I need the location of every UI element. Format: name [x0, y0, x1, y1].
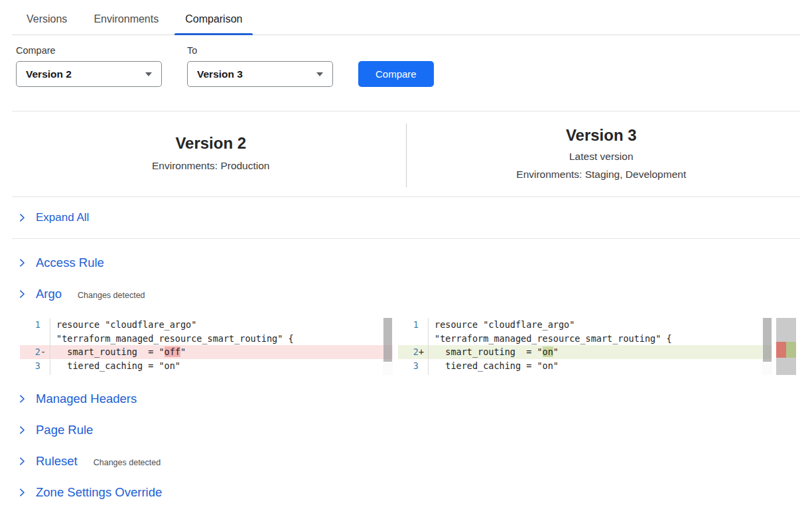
compare-button[interactable]: Compare	[358, 61, 434, 87]
version-headers: Version 2 Environments: Production Versi…	[16, 112, 796, 196]
tab-versions-label: Versions	[27, 13, 67, 25]
section-ruleset[interactable]: Ruleset Changes detected	[16, 454, 796, 469]
comparison-page: Versions Environments Comparison Compare…	[0, 0, 812, 500]
version-right-subtitle: Latest version	[569, 149, 634, 164]
tab-comparison[interactable]: Comparison	[174, 11, 253, 35]
code-text: tiered_caching = "on"	[429, 359, 559, 373]
changes-detected-badge: Changes detected	[78, 291, 145, 300]
section-managed-headers[interactable]: Managed Headers	[16, 392, 796, 406]
line-number	[22, 332, 40, 346]
scrollbar-thumb[interactable]	[763, 318, 772, 362]
section-page-rule-label: Page Rule	[36, 423, 93, 437]
code-text: resource "cloudflare_argo"	[50, 318, 196, 332]
version-right-environments: Environments: Staging, Development	[516, 167, 686, 182]
added-word-highlight: on	[543, 346, 553, 357]
code-text: tiered_caching = "on"	[50, 359, 180, 373]
version-left-title: Version 2	[175, 134, 246, 153]
expand-all-label: Expand All	[36, 211, 89, 224]
version-right-title: Version 3	[566, 126, 637, 145]
diff-marker-added: +	[419, 345, 428, 359]
line-number: 1	[400, 318, 419, 332]
diff-marker	[419, 318, 428, 332]
diff-marker	[419, 332, 428, 346]
chevron-right-icon	[17, 457, 27, 466]
line-number	[400, 332, 419, 346]
line-number: 2	[22, 345, 40, 359]
diff-marker-removed: -	[40, 345, 50, 359]
compare-from-select[interactable]: Version 2	[16, 61, 162, 87]
code-text: resource "cloudflare_argo"	[429, 318, 575, 332]
expand-all-button[interactable]: Expand All	[16, 197, 796, 238]
diff-marker	[419, 359, 428, 373]
argo-diff: 1 resource "cloudflare_argo" "terraform_…	[20, 318, 796, 375]
chevron-right-icon	[17, 425, 27, 435]
code-line-wrapped: "terraform_managed_resource_smart_routin…	[398, 332, 772, 346]
chevron-down-icon	[145, 72, 152, 76]
diff-panel-left: 1 resource "cloudflare_argo" "terraform_…	[20, 318, 393, 375]
line-number: 2	[400, 345, 419, 359]
diff-right-wrap: 1 resource "cloudflare_argo" "terraform_…	[398, 318, 796, 375]
diff-left-wrap: 1 resource "cloudflare_argo" "terraform_…	[20, 318, 393, 375]
minimap-added-marker	[786, 342, 796, 358]
code-line: 3 tiered_caching = "on"	[20, 359, 393, 373]
tab-versions[interactable]: Versions	[16, 11, 78, 35]
section-zone-settings-override[interactable]: Zone Settings Override	[16, 485, 796, 500]
section-managed-headers-label: Managed Headers	[36, 392, 137, 406]
to-label: To	[187, 45, 333, 56]
compare-to-value: Version 3	[197, 68, 243, 80]
section-access-rule-label: Access Rule	[36, 256, 104, 270]
section-page-rule[interactable]: Page Rule	[16, 423, 796, 437]
minimap-removed-marker	[776, 342, 786, 358]
vertical-scrollbar[interactable]	[383, 318, 393, 375]
compare-from-field: Compare Version 2	[16, 45, 162, 87]
compare-form: Compare Version 2 To Version 3 Compare	[16, 45, 796, 87]
section-argo-label: Argo	[36, 287, 62, 301]
code-text: }	[429, 372, 440, 375]
vertical-scrollbar[interactable]	[762, 318, 772, 375]
code-line-clipped: }	[398, 372, 772, 375]
code-line: 1 resource "cloudflare_argo"	[20, 318, 393, 332]
tab-environments-label: Environments	[94, 13, 159, 25]
chevron-right-icon	[17, 488, 27, 497]
chevron-right-icon	[17, 213, 27, 222]
section-access-rule[interactable]: Access Rule	[16, 256, 796, 270]
tab-bar: Versions Environments Comparison	[12, 0, 800, 35]
code-text: "terraform_managed_resource_smart_routin…	[429, 332, 672, 346]
diff-minimap[interactable]	[776, 318, 796, 375]
diff-marker	[40, 318, 50, 332]
code-text: "terraform_managed_resource_smart_routin…	[50, 332, 294, 346]
compare-from-value: Version 2	[26, 68, 72, 80]
code-line-removed: 2- smart_routing = "off"	[20, 345, 393, 359]
line-number: 3	[400, 359, 419, 373]
tab-environments[interactable]: Environments	[83, 11, 169, 35]
code-text: smart_routing = "on"	[429, 345, 559, 359]
code-line-clipped: }	[20, 372, 393, 375]
version-right-header: Version 3 Latest version Environments: S…	[407, 112, 797, 196]
scrollbar-thumb[interactable]	[383, 318, 392, 362]
compare-label: Compare	[16, 45, 162, 56]
active-tab-indicator	[174, 33, 253, 35]
section-argo[interactable]: Argo Changes detected	[16, 287, 796, 301]
section-zone-settings-override-label: Zone Settings Override	[36, 485, 162, 500]
compare-to-select[interactable]: Version 3	[187, 61, 333, 87]
changes-detected-badge: Changes detected	[94, 458, 161, 467]
chevron-down-icon	[316, 72, 323, 76]
code-line: 1 resource "cloudflare_argo"	[398, 318, 772, 332]
line-number: 1	[22, 318, 40, 332]
removed-word-highlight: off	[165, 346, 180, 357]
chevron-right-icon	[17, 289, 27, 299]
diff-marker	[40, 359, 50, 373]
compare-to-field: To Version 3	[187, 45, 333, 87]
chevron-right-icon	[17, 394, 27, 404]
divider	[12, 238, 800, 239]
code-line-wrapped: "terraform_managed_resource_smart_routin…	[20, 332, 393, 346]
section-ruleset-label: Ruleset	[36, 454, 78, 469]
diff-panel-right: 1 resource "cloudflare_argo" "terraform_…	[398, 318, 772, 375]
code-line-added: 2+ smart_routing = "on"	[398, 345, 772, 359]
version-left-environments: Environments: Production	[152, 159, 269, 173]
version-left-header: Version 2 Environments: Production	[16, 112, 406, 196]
chevron-right-icon	[17, 258, 27, 267]
tab-comparison-label: Comparison	[185, 13, 242, 25]
code-text: smart_routing = "off"	[50, 345, 186, 359]
code-text: }	[50, 372, 62, 375]
